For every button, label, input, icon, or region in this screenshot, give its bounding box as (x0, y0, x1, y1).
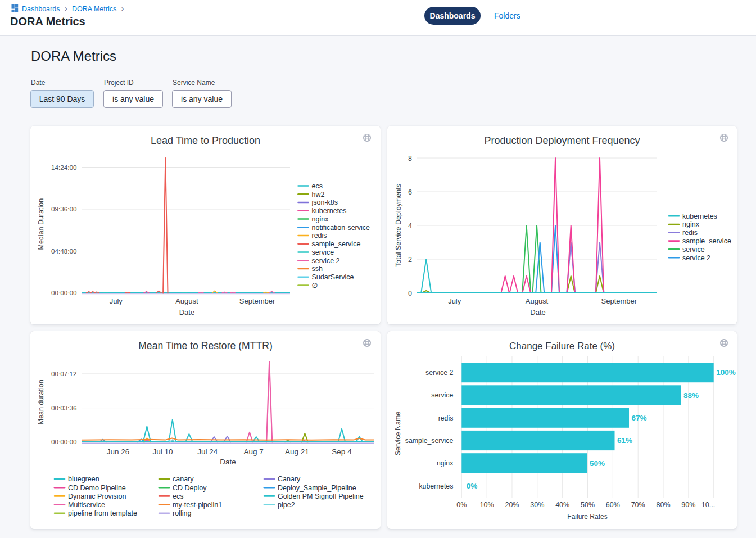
svg-text:kubernetes: kubernetes (312, 207, 347, 215)
svg-text:Golden PM Signoff Pipeline: Golden PM Signoff Pipeline (278, 492, 364, 500)
svg-text:61%: 61% (617, 436, 632, 445)
svg-text:ecs: ecs (312, 182, 323, 190)
svg-text:100%: 100% (716, 368, 736, 377)
svg-text:July: July (448, 297, 461, 305)
svg-text:Jul 10: Jul 10 (152, 447, 173, 456)
svg-text:Date: Date (220, 458, 236, 466)
svg-text:10%: 10% (480, 501, 494, 509)
svg-text:00:00:00: 00:00:00 (51, 438, 77, 445)
svg-text:Date: Date (179, 308, 194, 317)
svg-text:14:24:00: 14:24:00 (51, 164, 77, 171)
svg-text:0%: 0% (467, 482, 478, 490)
svg-text:kubernetes: kubernetes (682, 213, 717, 220)
svg-text:60%: 60% (606, 501, 620, 509)
svg-text:88%: 88% (683, 391, 699, 400)
svg-text:sample_service: sample_service (312, 240, 361, 248)
svg-text:90%: 90% (681, 501, 695, 509)
svg-text:redis: redis (682, 229, 698, 237)
svg-text:September: September (601, 297, 637, 305)
svg-text:Lead Time to Production: Lead Time to Production (151, 135, 260, 146)
svg-text:Sep 4: Sep 4 (332, 447, 352, 456)
svg-text:pipe2: pipe2 (278, 501, 295, 509)
svg-text:ssh: ssh (312, 265, 323, 273)
svg-text:∅: ∅ (312, 282, 318, 290)
svg-text:service: service (312, 248, 334, 256)
svg-text:service: service (682, 246, 705, 254)
svg-text:20%: 20% (505, 501, 519, 509)
svg-text:nginx: nginx (312, 215, 329, 223)
svg-text:Dynamic Provision: Dynamic Provision (68, 492, 126, 500)
svg-text:August: August (526, 297, 549, 305)
svg-text:nginx: nginx (682, 220, 700, 228)
svg-text:bluegreen: bluegreen (68, 475, 99, 483)
svg-text:Deploy_Sample_Pipeline: Deploy_Sample_Pipeline (278, 484, 356, 492)
svg-text:Multiservice: Multiservice (68, 501, 105, 509)
svg-text:40%: 40% (555, 501, 569, 509)
svg-text:CD Deploy: CD Deploy (173, 484, 207, 492)
svg-text:json-k8s: json-k8s (311, 198, 338, 206)
svg-text:Jul 24: Jul 24 (197, 447, 218, 456)
svg-text:Change Failure Rate (%): Change Failure Rate (%) (509, 341, 615, 351)
svg-text:service: service (431, 391, 453, 399)
svg-text:September: September (239, 297, 275, 305)
svg-text:sample_service: sample_service (682, 237, 731, 245)
svg-text:00:07:12: 00:07:12 (51, 370, 77, 377)
svg-text:09:36:00: 09:36:00 (51, 205, 77, 213)
svg-text:4: 4 (408, 222, 412, 230)
svg-text:80%: 80% (657, 501, 671, 509)
svg-text:service 2: service 2 (425, 369, 453, 377)
svg-text:Date: Date (530, 308, 545, 317)
svg-text:rolling: rolling (173, 509, 191, 517)
svg-text:00:00:00: 00:00:00 (51, 289, 77, 296)
svg-text:redis: redis (312, 232, 327, 239)
svg-text:50%: 50% (581, 501, 595, 509)
svg-text:67%: 67% (632, 414, 647, 422)
svg-text:8: 8 (408, 155, 412, 162)
svg-text:service 2: service 2 (682, 254, 710, 262)
svg-text:2: 2 (408, 256, 412, 264)
svg-text:Jun 26: Jun 26 (107, 447, 130, 456)
svg-text:70%: 70% (631, 501, 645, 509)
svg-text:sample_service: sample_service (405, 437, 454, 445)
svg-text:Aug 21: Aug 21 (285, 447, 309, 456)
svg-text:July: July (110, 297, 123, 305)
svg-text:SudarService: SudarService (312, 273, 354, 281)
svg-text:pipeline from template: pipeline from template (68, 509, 137, 517)
svg-text:Canary: Canary (278, 475, 301, 483)
svg-text:hw2: hw2 (312, 191, 325, 198)
svg-text:Failure Rates: Failure Rates (567, 513, 607, 521)
svg-text:redis: redis (438, 414, 454, 422)
svg-text:ecs: ecs (173, 492, 183, 500)
svg-text:CD Demo Pipeline: CD Demo Pipeline (68, 484, 126, 492)
svg-text:notification-service: notification-service (312, 224, 370, 232)
svg-text:00:03:36: 00:03:36 (51, 404, 77, 412)
svg-text:Mean duration: Mean duration (38, 379, 46, 424)
svg-text:Median Duration: Median Duration (37, 198, 45, 250)
svg-text:August: August (175, 297, 198, 305)
svg-text:service 2: service 2 (312, 257, 340, 265)
svg-text:0: 0 (408, 290, 412, 297)
svg-text:Total Service Deployments: Total Service Deployments (395, 184, 402, 267)
svg-text:50%: 50% (590, 459, 605, 468)
svg-text:canary: canary (173, 475, 194, 483)
svg-text:6: 6 (408, 188, 412, 196)
svg-text:Mean Time to Restore (MTTR): Mean Time to Restore (MTTR) (138, 340, 273, 351)
svg-text:04:48:00: 04:48:00 (51, 247, 77, 255)
svg-text:nginx: nginx (437, 459, 454, 467)
svg-text:0%: 0% (456, 501, 467, 509)
svg-text:Production Deployment Frequenc: Production Deployment Frequency (484, 135, 640, 146)
svg-text:Service Name: Service Name (394, 412, 402, 456)
svg-text:Aug 7: Aug 7 (243, 447, 263, 456)
svg-text:10...: 10... (701, 501, 715, 509)
svg-text:30%: 30% (530, 501, 544, 509)
svg-text:kubernetes: kubernetes (419, 482, 453, 490)
svg-text:my-test-pipelin1: my-test-pipelin1 (173, 501, 222, 509)
